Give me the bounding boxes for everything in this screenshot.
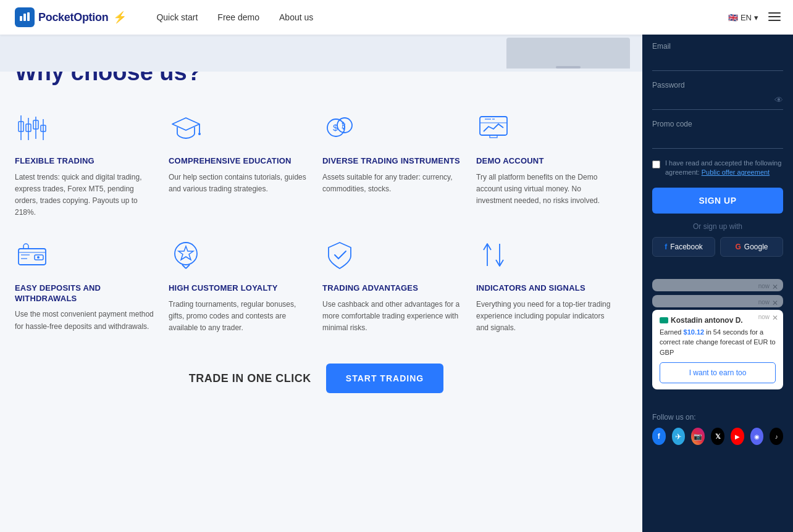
youtube-social-icon[interactable]: ▶ — [731, 428, 744, 445]
instagram-social-icon[interactable]: 📷 — [691, 428, 705, 445]
feature-title: DEMO ACCOUNT — [476, 156, 618, 167]
password-field: Password 👁 — [652, 81, 783, 110]
sign-up-button[interactable]: SIGN UP — [652, 188, 783, 214]
bg-flag-icon — [660, 317, 668, 323]
main-nav: Quick start Free demo About us — [156, 12, 313, 22]
facebook-signup-button[interactable]: f Facebook — [652, 237, 715, 257]
wallet-icon — [15, 238, 49, 272]
password-input[interactable] — [652, 92, 783, 110]
shield-check-icon — [322, 238, 357, 272]
coins-icon: $ ₿ — [322, 110, 357, 145]
promo-input[interactable] — [652, 131, 783, 149]
nav-about-us[interactable]: About us — [279, 12, 313, 22]
chevron-down-icon: ▾ — [754, 13, 758, 22]
header-right: 🇬🇧 EN ▾ — [728, 10, 793, 25]
lang-label: EN — [741, 13, 752, 22]
facebook-social-icon[interactable]: f — [652, 428, 666, 445]
feature-title: EASY DEPOSITS AND WITHDRAWALS — [15, 283, 156, 304]
svg-rect-1 — [23, 14, 26, 21]
google-signup-button[interactable]: G Google — [720, 237, 783, 257]
start-trading-button[interactable]: START TRADING — [326, 364, 443, 393]
nav-quick-start[interactable]: Quick start — [156, 12, 198, 22]
main-content: Why choose us? FLEXIBLE TRADING Latest t… — [0, 35, 642, 532]
feature-title: TRADING ADVANTAGES — [322, 283, 464, 294]
notification-text: Earned $10.12 in 54 seconds for a correc… — [660, 327, 776, 358]
show-password-icon[interactable]: 👁 — [774, 95, 783, 105]
agreement-checkbox-row: I have read and accepted the following a… — [652, 159, 783, 178]
telegram-social-icon[interactable]: ✈ — [672, 428, 686, 445]
feature-title: INDICATORS AND SIGNALS — [476, 283, 618, 294]
features-grid: FLEXIBLE TRADING Latest trends: quick an… — [15, 110, 618, 334]
logo-text: PocketOption — [38, 11, 108, 24]
right-panel: Registration Log In Email Password 👁 Pro… — [642, 0, 793, 532]
feature-desc: Use the most convenient payment method f… — [15, 309, 156, 332]
feature-title: HIGH CUSTOMER LOYALTY — [169, 283, 310, 294]
feature-desc: Everything you need for a top-tier tradi… — [476, 299, 618, 335]
logo-square — [15, 7, 35, 27]
svg-marker-33 — [178, 246, 193, 260]
feature-desc: Try all platform benefits on the Demo ac… — [476, 172, 618, 207]
or-signup-label: Or sign up with — [652, 222, 783, 231]
follow-label: Follow us on: — [652, 413, 783, 422]
feature-desc: Trading tournaments, regular bonuses, gi… — [169, 299, 310, 335]
feature-demo-account: DEMO ACCOUNT Try all platform benefits o… — [476, 110, 618, 219]
email-input[interactable] — [652, 53, 783, 71]
feature-desc: Assets suitable for any trader: currency… — [322, 172, 464, 195]
feature-easy-deposits: EASY DEPOSITS AND WITHDRAWALS Use the mo… — [15, 238, 156, 334]
close-notification-1[interactable]: ✕ — [772, 283, 778, 291]
svg-marker-14 — [172, 118, 199, 130]
feature-comprehensive-education: COMPREHENSIVE EDUCATION Our help section… — [169, 110, 310, 219]
notification-area: now ✕ now ✕ now ✕ Kostadin antonov D. Ea… — [642, 269, 793, 404]
svg-text:₿: ₿ — [342, 121, 346, 130]
flag-icon: 🇬🇧 — [728, 13, 738, 22]
arrows-updown-icon — [476, 238, 511, 272]
feature-title: DIVERSE TRADING INSTRUMENTS — [322, 156, 464, 167]
device-graphic — [506, 38, 630, 69]
feature-title: COMPREHENSIVE EDUCATION — [169, 156, 310, 167]
feature-indicators-signals: INDICATORS AND SIGNALS Everything you ne… — [476, 238, 618, 334]
hamburger-menu[interactable] — [766, 10, 783, 25]
svg-line-34 — [182, 265, 186, 268]
star-medal-icon — [169, 238, 203, 272]
header: PocketOption ⚡ Quick start Free demo Abo… — [0, 0, 793, 35]
tiktok-social-icon[interactable]: ♪ — [770, 428, 783, 445]
facebook-icon: f — [665, 243, 667, 251]
logo-bolt: ⚡ — [113, 10, 127, 24]
close-notification-2[interactable]: ✕ — [772, 299, 778, 307]
public-offer-link[interactable]: Public offer agreement — [702, 168, 770, 176]
email-field: Email — [652, 42, 783, 71]
language-selector[interactable]: 🇬🇧 EN ▾ — [728, 13, 758, 22]
feature-title: FLEXIBLE TRADING — [15, 156, 156, 167]
header-left: PocketOption ⚡ Quick start Free demo Abo… — [0, 7, 728, 27]
feature-flexible-trading: FLEXIBLE TRADING Latest trends: quick an… — [15, 110, 156, 219]
notification-collapsed-1: now ✕ — [652, 279, 783, 291]
social-icons-row: f ✈ 📷 𝕏 ▶ ◉ ♪ — [652, 428, 783, 445]
social-signup-buttons: f Facebook G Google — [652, 237, 783, 257]
nav-free-demo[interactable]: Free demo — [217, 12, 259, 22]
feature-diverse-instruments: $ ₿ DIVERSE TRADING INSTRUMENTS Assets s… — [322, 110, 464, 219]
feature-customer-loyalty: HIGH CUSTOMER LOYALTY Trading tournament… — [169, 238, 310, 334]
close-notification-main[interactable]: ✕ — [772, 314, 778, 322]
logo[interactable]: PocketOption ⚡ — [15, 7, 127, 27]
svg-rect-3 — [768, 12, 781, 14]
feature-trading-advantages: TRADING ADVANTAGES Use cashback and othe… — [322, 238, 464, 334]
candlestick-icon — [15, 110, 49, 145]
cta-row: TRADE IN ONE CLICK START TRADING — [15, 364, 618, 393]
want-earn-button[interactable]: I want to earn too — [660, 362, 776, 383]
email-label: Email — [652, 42, 783, 51]
svg-rect-0 — [20, 16, 22, 21]
svg-rect-2 — [27, 12, 30, 21]
svg-line-35 — [186, 265, 190, 268]
feature-desc: Use cashback and other advantages for a … — [322, 299, 464, 335]
graduation-icon — [169, 110, 203, 145]
svg-rect-27 — [19, 249, 46, 265]
hero-image-area — [0, 35, 642, 72]
follow-us-section: Follow us on: f ✈ 📷 𝕏 ▶ ◉ ♪ — [642, 403, 793, 455]
agreement-checkbox[interactable] — [652, 160, 660, 168]
discord-social-icon[interactable]: ◉ — [750, 428, 764, 445]
password-label: Password — [652, 81, 783, 89]
twitter-x-social-icon[interactable]: 𝕏 — [711, 428, 724, 445]
svg-point-29 — [37, 256, 40, 259]
registration-form: Email Password 👁 Promo code I have read … — [642, 30, 793, 264]
feature-desc: Latest trends: quick and digital trading… — [15, 172, 156, 219]
